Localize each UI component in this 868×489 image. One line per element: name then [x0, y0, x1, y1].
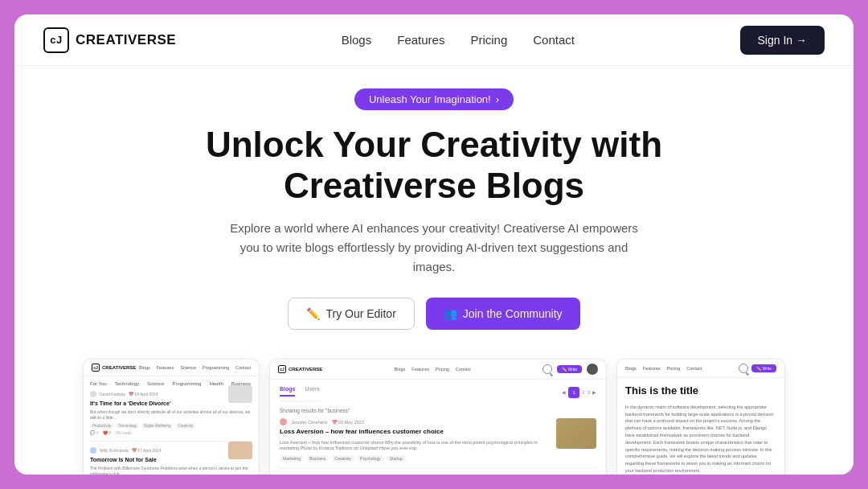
- main-card: cJ CREATIVERSE Blogs Features Pricing Co…: [14, 14, 854, 475]
- sc1-tags-1: Productivity Technology Digital Wellbein…: [90, 423, 252, 429]
- pencil-icon: ✏️: [306, 307, 320, 320]
- hero-badge-arrow: ›: [496, 93, 499, 105]
- sc2-user-avatar: [587, 364, 598, 375]
- sc2-write-btn: ✏️ Write: [557, 365, 582, 373]
- sc2-search-result-label: Showing results for "business": [280, 408, 596, 413]
- navbar: cJ CREATIVERSE Blogs Features Pricing Co…: [14, 14, 854, 66]
- brand-name: CREATIVERSE: [76, 32, 176, 48]
- sc1-avatar-1: [90, 391, 96, 397]
- hero-subtitle: Explore a world where AI enhances your c…: [225, 219, 643, 277]
- sc2-navbar: cJ CREATIVERSE Blogs Features Pricing Co…: [270, 360, 606, 380]
- sc2-tabs: Blogs Users: [280, 386, 320, 401]
- logo-icon: cJ: [43, 27, 69, 53]
- sc2-article-1: Jennifer Clinehens 📅 06 May 2023 Loss Av…: [280, 418, 596, 469]
- sc1-article-2: Willy N-Amanda 📅 17 April 2024 Tomorrow …: [90, 447, 252, 475]
- sc2-logo: cJ CREATIVERSE: [278, 365, 322, 373]
- nav-contact[interactable]: Contact: [533, 33, 575, 47]
- try-editor-button[interactable]: ✏️ Try Our Editor: [288, 298, 414, 330]
- sc1-article-body-2: The Problem with Billionaire Syndrome Pr…: [90, 466, 252, 475]
- sc3-content: This is the title In the dynamic realm o…: [617, 378, 784, 475]
- sc2-avatar-1: [280, 418, 287, 425]
- sc3-navbar: Blogs Features Pricing Contact ✏️ Write: [617, 360, 784, 378]
- join-community-label: Join the Community: [463, 307, 563, 320]
- nav-features[interactable]: Features: [397, 33, 444, 47]
- sc1-logo: cJ CREATIVERSE: [92, 364, 136, 372]
- try-editor-label: Try Our Editor: [326, 307, 395, 320]
- nav-blogs[interactable]: Blogs: [342, 33, 372, 47]
- sc2-search-icon: [542, 364, 552, 374]
- sc1-article-1: David Kadway 📅 16 April 2024 It's Time f…: [90, 391, 252, 442]
- sc2-nav-links: Blogs Features Pricing Contact: [395, 367, 471, 372]
- hero-title: Unlock Your Creativity with Creativerse …: [161, 125, 707, 206]
- sc3-write-btn: ✏️ Write: [751, 364, 776, 372]
- sc3-nav-links: Blogs Features Pricing Contact: [625, 366, 702, 371]
- sc1-article-img-1: [228, 385, 252, 403]
- sc1-content: For You Technology Science Programming H…: [84, 376, 259, 475]
- sc3-article-body: In the dynamic realm of software develop…: [625, 404, 776, 475]
- hero-buttons: ✏️ Try Our Editor 👥 Join the Community: [288, 298, 579, 330]
- screenshot-search-results: cJ CREATIVERSE Blogs Features Pricing Co…: [269, 359, 607, 475]
- sc3-article-title: This is the title: [625, 384, 776, 397]
- sc2-content: Blogs Users ◀ 1 2 3 ▶ Showing results fo…: [270, 380, 606, 475]
- users-icon: 👥: [444, 307, 457, 320]
- hero-badge: Unleash Your Imagination! ›: [354, 88, 514, 110]
- sc1-navbar: cJ CREATIVERSE Blogs Features Science Pr…: [84, 360, 259, 376]
- sc2-article-title-1: Loss Aversion – how fear influences cust…: [280, 428, 550, 436]
- hero-section: Unleash Your Imagination! › Unlock Your …: [14, 66, 854, 475]
- screenshot-article-view: Blogs Features Pricing Contact ✏️ Write …: [616, 359, 785, 475]
- sc1-avatar-2: [90, 447, 96, 454]
- nav-links: Blogs Features Pricing Contact: [342, 33, 575, 47]
- sc1-article-img-2: [228, 442, 252, 459]
- signin-button[interactable]: Sign In →: [740, 26, 825, 55]
- sc1-nav-links: Blogs Features Science Programming Conta…: [139, 365, 251, 370]
- hero-badge-text: Unleash Your Imagination!: [369, 93, 491, 105]
- brand-logo: cJ CREATIVERSE: [43, 27, 176, 53]
- join-community-button[interactable]: 👥 Join the Community: [426, 298, 580, 330]
- sc3-search-icon: [739, 364, 748, 373]
- screenshots-row: cJ CREATIVERSE Blogs Features Science Pr…: [14, 359, 854, 475]
- sc2-article-img-1: [556, 418, 596, 449]
- sc2-article-body-1: Loss Aversion – how fear influences cust…: [280, 440, 550, 452]
- screenshot-blog-list: cJ CREATIVERSE Blogs Features Science Pr…: [83, 359, 260, 475]
- sc1-article-body-1: But when though we don't directly attrib…: [90, 409, 252, 421]
- sc2-tags-1: Marketing Business Creativity Psychology…: [280, 455, 550, 462]
- nav-pricing[interactable]: Pricing: [470, 33, 507, 47]
